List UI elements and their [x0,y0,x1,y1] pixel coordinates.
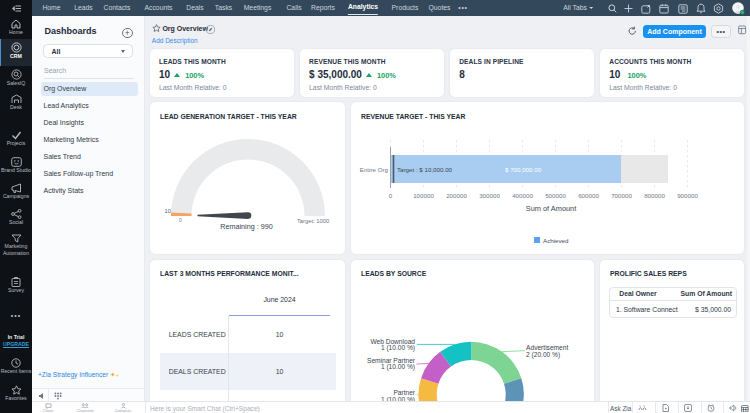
svg-text:400000: 400000 [512,192,533,199]
svg-text:600000: 600000 [578,192,599,199]
svg-text:Target : $ 10,000.00: Target : $ 10,000.00 [397,166,453,173]
svg-text:$ 700,000.00: $ 700,000.00 [505,166,542,173]
svg-text:Sum of Amount: Sum of Amount [526,204,577,213]
svg-text:700000: 700000 [611,192,632,199]
svg-text:200000: 200000 [446,192,467,199]
svg-text:Remaining : 990: Remaining : 990 [220,222,272,231]
svg-text:10: 10 [165,208,171,214]
svg-text:300000: 300000 [479,192,500,199]
svg-text:900000: 900000 [677,192,698,199]
svg-text:100000: 100000 [413,192,434,199]
svg-text:0: 0 [389,192,393,199]
svg-text:800000: 800000 [644,192,665,199]
svg-text:Achieved: Achieved [543,237,569,244]
svg-text:0: 0 [179,217,182,223]
svg-text:500000: 500000 [545,192,566,199]
svg-text:Entire Org: Entire Org [360,166,389,173]
svg-text:Target: 1000: Target: 1000 [297,218,329,224]
